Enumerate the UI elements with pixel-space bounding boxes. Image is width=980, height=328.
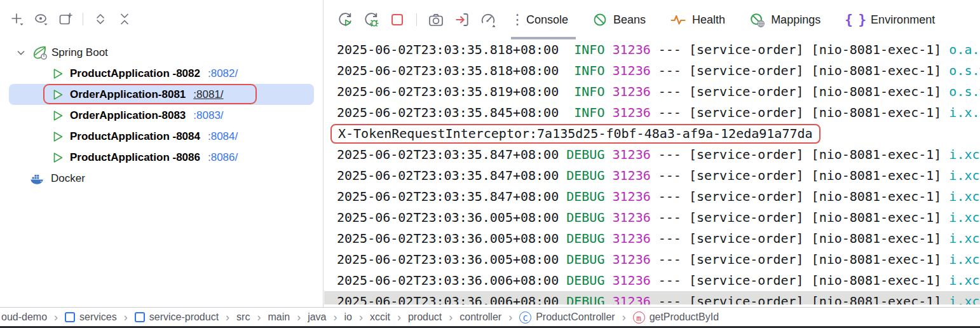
log-line: 2025-06-02T23:03:35.818+08:00 INFO 31236… xyxy=(324,60,980,81)
tree-item-app-8083[interactable]: OrderApplication-8083 :8083/ xyxy=(0,105,323,126)
log-logger: o.s.w xyxy=(949,84,980,99)
tree-item-spring-boot[interactable]: Spring Boot xyxy=(0,42,323,63)
log-logger: o.s.w xyxy=(949,63,980,78)
gauge-icon[interactable] xyxy=(480,11,496,28)
breadcrumb-item[interactable]: services xyxy=(65,311,117,323)
app-port-link[interactable]: :8082/ xyxy=(208,67,238,80)
log-level: DEBUG xyxy=(566,273,604,288)
log-pid: 31236 xyxy=(613,105,651,120)
run-play-icon xyxy=(51,130,65,144)
log-context: --- [service-order] [nio-8081-exec-1] xyxy=(658,42,942,57)
log-logger: i.xcc xyxy=(949,189,980,204)
log-pid: 31236 xyxy=(613,294,651,304)
exit-icon[interactable] xyxy=(454,11,470,28)
breadcrumb-item[interactable]: io xyxy=(344,311,351,323)
run-play-icon xyxy=(51,67,65,81)
services-tree: Spring Boot ProductApplication -8082 :80… xyxy=(0,42,323,189)
log-line: 2025-06-02T23:03:36.005+08:00 DEBUG 3123… xyxy=(324,228,980,249)
breadcrumb-item[interactable]: mgetProductById xyxy=(633,311,719,324)
log-timestamp: 2025-06-02T23:03:35.847+08:00 xyxy=(337,189,559,204)
kebab-menu-icon[interactable] xyxy=(506,11,522,28)
log-line: 2025-06-02T23:03:35.847+08:00 DEBUG 3123… xyxy=(324,144,980,165)
log-level: DEBUG xyxy=(566,168,604,183)
tab-health[interactable]: Health xyxy=(670,0,725,39)
collapse-all-icon[interactable] xyxy=(116,11,133,27)
breadcrumb-item[interactable]: CProductController xyxy=(519,311,615,324)
log-logger: i.xcc xyxy=(949,294,980,304)
app-port-link[interactable]: :8086/ xyxy=(208,151,238,164)
breadcrumb-item[interactable]: java xyxy=(308,311,326,323)
breadcrumb-separator-icon: › xyxy=(124,312,128,322)
breadcrumb-label: main xyxy=(268,311,290,323)
toolbar-divider xyxy=(416,13,417,26)
chevron-down-icon[interactable] xyxy=(14,46,28,60)
log-level: DEBUG xyxy=(566,210,604,225)
expand-all-icon[interactable] xyxy=(92,11,109,27)
log-context: --- [service-order] [nio-8081-exec-1] xyxy=(658,210,942,225)
log-timestamp: 2025-06-02T23:03:36.006+08:00 xyxy=(337,294,559,304)
log-context: --- [service-order] [nio-8081-exec-1] xyxy=(658,105,942,120)
console-log[interactable]: 2025-06-02T23:03:35.818+08:00 INFO 31236… xyxy=(324,39,980,304)
log-pid: 31236 xyxy=(613,147,651,162)
tab-mappings[interactable]: Mappings xyxy=(749,0,820,39)
log-timestamp: 2025-06-02T23:03:35.845+08:00 xyxy=(337,105,559,120)
log-pid: 31236 xyxy=(613,168,651,183)
rerun-icon[interactable] xyxy=(337,11,353,28)
module-icon xyxy=(65,312,75,322)
tab-environment[interactable]: Environment xyxy=(845,0,935,39)
breadcrumb-item[interactable]: service-product xyxy=(135,311,219,323)
log-context: --- [service-order] [nio-8081-exec-1] xyxy=(658,63,942,78)
log-timestamp: 2025-06-02T23:03:36.005+08:00 xyxy=(337,210,559,225)
log-level: INFO xyxy=(566,84,604,99)
log-line-token: X-TokenRequestInterceptor:7a135d25-f0bf-… xyxy=(324,123,980,144)
class-icon: C xyxy=(519,311,531,324)
tab-console[interactable]: Console xyxy=(526,0,568,39)
run-play-icon xyxy=(51,88,65,102)
breadcrumb-item[interactable]: src xyxy=(236,311,250,323)
console-pane: Console Beans Health xyxy=(324,0,980,307)
log-timestamp: 2025-06-02T23:03:35.818+08:00 xyxy=(337,42,559,57)
log-pid: 31236 xyxy=(613,252,651,267)
tab-beans[interactable]: Beans xyxy=(592,0,646,39)
log-context: --- [service-order] [nio-8081-exec-1] xyxy=(658,252,942,267)
stop-icon[interactable] xyxy=(389,11,405,28)
log-logger: i.x.c xyxy=(949,105,980,120)
open-new-tab-icon[interactable] xyxy=(57,11,74,27)
tree-item-app-8086[interactable]: ProductApplication -8086 :8086/ xyxy=(0,147,323,168)
app-port-link[interactable]: :8081/ xyxy=(193,88,223,101)
breadcrumb-label: services xyxy=(79,311,117,323)
breadcrumb-item[interactable]: main xyxy=(268,311,290,323)
breadcrumb-label: java xyxy=(308,311,326,323)
breadcrumb-item[interactable]: xccit xyxy=(370,311,390,323)
preview-icon[interactable] xyxy=(33,11,50,27)
health-icon xyxy=(670,11,686,28)
app-port-link[interactable]: :8084/ xyxy=(208,130,238,143)
services-toolbar xyxy=(9,10,133,28)
services-tree-pane: Spring Boot ProductApplication -8082 :80… xyxy=(0,0,323,307)
app-port-link[interactable]: :8083/ xyxy=(193,109,223,122)
log-timestamp: 2025-06-02T23:03:35.819+08:00 xyxy=(337,84,559,99)
log-pid: 31236 xyxy=(613,231,651,246)
log-line: 2025-06-02T23:03:36.006+08:00 DEBUG 3123… xyxy=(324,291,980,304)
tree-item-app-8082[interactable]: ProductApplication -8082 :8082/ xyxy=(0,63,323,84)
console-toolbar xyxy=(337,0,522,39)
add-icon[interactable] xyxy=(9,11,25,27)
breadcrumb-item[interactable]: controller xyxy=(459,311,501,323)
tree-item-app-8081[interactable]: OrderApplication-8081 :8081/ xyxy=(9,84,314,105)
log-pid: 31236 xyxy=(613,273,651,288)
breadcrumb-item[interactable]: oud-demo xyxy=(1,311,47,323)
log-line: 2025-06-02T23:03:36.005+08:00 DEBUG 3123… xyxy=(324,207,980,228)
method-icon: m xyxy=(633,311,645,324)
camera-icon[interactable] xyxy=(428,11,444,28)
log-pid: 31236 xyxy=(613,210,651,225)
breadcrumb-label: ProductController xyxy=(536,311,615,323)
log-context: --- [service-order] [nio-8081-exec-1] xyxy=(658,168,942,183)
breadcrumb-item[interactable]: product xyxy=(408,311,442,323)
tree-item-app-8084[interactable]: ProductApplication -8084 :8084/ xyxy=(0,126,323,147)
tree-item-docker[interactable]: Docker xyxy=(0,168,323,189)
mappings-icon xyxy=(749,12,765,28)
log-level: INFO xyxy=(566,42,604,57)
log-line: 2025-06-02T23:03:35.845+08:00 INFO 31236… xyxy=(324,102,980,123)
docker-icon xyxy=(29,171,44,186)
rerun-debug-icon[interactable] xyxy=(363,11,379,28)
